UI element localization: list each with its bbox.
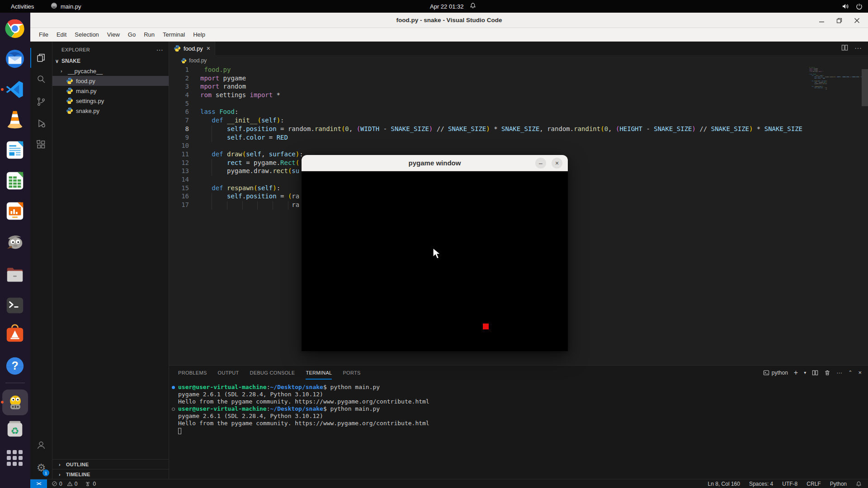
panel-more-actions-icon[interactable]: ··· bbox=[836, 369, 842, 376]
new-terminal-icon[interactable]: + bbox=[794, 369, 798, 377]
command-decoration-done[interactable] bbox=[172, 386, 175, 389]
terminal-shell-item[interactable]: python bbox=[763, 370, 788, 376]
pygame-close-button[interactable]: × bbox=[552, 158, 562, 169]
minimap[interactable]: # food.pyimport pygameimport randomfrom … bbox=[809, 67, 862, 130]
section-timeline[interactable]: ›TIMELINE bbox=[52, 469, 169, 479]
focused-window-indicator[interactable]: main.py bbox=[51, 0, 81, 13]
app-window-icon bbox=[51, 2, 57, 10]
panel-tab-output[interactable]: OUTPUT bbox=[218, 366, 239, 380]
pygame-titlebar[interactable]: pygame window – × bbox=[302, 155, 568, 171]
panel-tab-problems[interactable]: PROBLEMS bbox=[178, 366, 207, 380]
indentation[interactable]: Spaces: 4 bbox=[749, 481, 773, 487]
remote-indicator[interactable]: >< bbox=[30, 479, 47, 488]
cursor-position[interactable]: Ln 8, Col 160 bbox=[708, 481, 740, 487]
menu-go[interactable]: Go bbox=[124, 29, 140, 40]
command-decoration-running[interactable] bbox=[172, 408, 175, 411]
close-panel-icon[interactable]: × bbox=[858, 369, 862, 376]
activity-search[interactable] bbox=[30, 69, 52, 89]
menu-terminal[interactable]: Terminal bbox=[159, 29, 189, 40]
activity-run-and-debug[interactable] bbox=[30, 113, 52, 134]
panel-tab-debug-console[interactable]: DEBUG CONSOLE bbox=[250, 366, 295, 380]
dock-item-snake-game[interactable] bbox=[2, 389, 28, 415]
line-number: 5 bbox=[169, 100, 189, 108]
activity-extensions[interactable] bbox=[30, 134, 52, 155]
bottom-panel: PROBLEMSOUTPUTDEBUG CONSOLETERMINALPORTS… bbox=[169, 365, 868, 479]
dock-item-libreoffice-calc[interactable] bbox=[5, 170, 25, 191]
app-grid-button[interactable] bbox=[7, 450, 23, 466]
line-number: 16 bbox=[169, 192, 189, 201]
line-number: 12 bbox=[169, 159, 189, 168]
activity-source-control[interactable] bbox=[30, 91, 52, 112]
dock-item-thunderbird[interactable] bbox=[5, 48, 25, 69]
ports-status[interactable]: 0 bbox=[85, 481, 96, 487]
language-mode[interactable]: Python bbox=[830, 481, 847, 487]
grid-dot bbox=[7, 456, 11, 460]
dock-item-vlc[interactable] bbox=[5, 109, 25, 130]
file-item-main-py[interactable]: main.py bbox=[52, 86, 169, 96]
file-label: main.py bbox=[76, 88, 97, 94]
file-item---pycache--[interactable]: ›__pycache__ bbox=[52, 66, 169, 76]
split-terminal-icon[interactable] bbox=[812, 370, 818, 376]
vscode-titlebar[interactable]: food.py - snake - Visual Studio Code bbox=[30, 13, 868, 28]
grid-dot bbox=[13, 450, 17, 454]
menu-run[interactable]: Run bbox=[140, 29, 159, 40]
maximize-panel-icon[interactable]: ⌃ bbox=[848, 370, 852, 375]
breadcrumb[interactable]: food.py bbox=[169, 55, 868, 66]
file-item-food-py[interactable]: food.py bbox=[52, 76, 169, 86]
clock-menu[interactable]: Apr 22 01:32 bbox=[430, 0, 476, 13]
explorer-more-actions-icon[interactable]: ··· bbox=[156, 46, 163, 53]
activity-explorer[interactable] bbox=[30, 47, 52, 68]
notifications-bell-icon[interactable] bbox=[856, 481, 862, 487]
terminal-line: user@user-virtual-machine:~/Desktop/snak… bbox=[169, 405, 868, 413]
activity-account[interactable] bbox=[30, 435, 52, 455]
menu-file[interactable]: File bbox=[35, 29, 52, 40]
python-file-icon bbox=[174, 45, 181, 52]
dock-item-trash[interactable]: ♻ bbox=[5, 418, 25, 439]
tab-food-py[interactable]: food.py × bbox=[169, 42, 215, 55]
editor-scrollbar[interactable] bbox=[862, 69, 868, 106]
terminal-line: Hello from the pygame community. https:/… bbox=[169, 398, 868, 405]
dock-item-terminal[interactable] bbox=[5, 295, 25, 316]
split-editor-icon[interactable] bbox=[841, 44, 848, 53]
file-item-snake-py[interactable]: snake.py bbox=[52, 106, 169, 116]
tab-close-icon[interactable]: × bbox=[207, 45, 210, 52]
dock-item-vscode[interactable] bbox=[5, 79, 25, 100]
dock-item-libreoffice-writer[interactable] bbox=[5, 140, 25, 160]
grid-dot bbox=[13, 456, 17, 460]
panel-tab-ports[interactable]: PORTS bbox=[343, 366, 360, 380]
menu-help[interactable]: Help bbox=[189, 29, 209, 40]
explorer-root-snake[interactable]: ∨SNAKE bbox=[52, 56, 169, 66]
minimize-button[interactable] bbox=[819, 18, 825, 23]
problems-status[interactable]: 0 0 bbox=[52, 481, 77, 487]
running-indicator bbox=[1, 401, 4, 404]
menu-edit[interactable]: Edit bbox=[52, 29, 71, 40]
dock-item-gimp[interactable] bbox=[5, 231, 25, 252]
terminal-output[interactable]: user@user-virtual-machine:~/Desktop/snak… bbox=[169, 384, 868, 434]
dock-item-ubuntu-software[interactable] bbox=[5, 324, 25, 344]
activities-button[interactable]: Activities bbox=[7, 0, 38, 13]
encoding[interactable]: UTF-8 bbox=[782, 481, 797, 487]
dock-item-libreoffice-impress[interactable] bbox=[5, 201, 25, 221]
panel-tab-terminal[interactable]: TERMINAL bbox=[306, 366, 332, 380]
power-icon[interactable] bbox=[856, 3, 863, 10]
line-number: 13 bbox=[169, 167, 189, 176]
dock-item-files[interactable] bbox=[5, 265, 25, 286]
pygame-minimize-button[interactable]: – bbox=[535, 158, 546, 169]
dock-item-help[interactable]: ? bbox=[5, 356, 25, 376]
close-button[interactable] bbox=[854, 18, 860, 23]
section-outline[interactable]: ›OUTLINE bbox=[52, 459, 169, 469]
volume-icon[interactable] bbox=[842, 3, 849, 9]
restore-button[interactable] bbox=[836, 18, 842, 23]
terminal-dropdown-icon[interactable]: ▾ bbox=[804, 370, 806, 375]
grid-dot bbox=[7, 462, 11, 466]
line-number: 10 bbox=[169, 142, 189, 150]
eol-sequence[interactable]: CRLF bbox=[807, 481, 821, 487]
file-item-settings-py[interactable]: settings.py bbox=[52, 96, 169, 106]
activity-settings-gear-icon[interactable]: ⚙1 bbox=[30, 457, 52, 478]
editor-more-actions-icon[interactable]: ··· bbox=[854, 44, 862, 52]
menu-view[interactable]: View bbox=[103, 29, 124, 40]
dock-item-chrome[interactable] bbox=[5, 18, 25, 39]
menu-selection[interactable]: Selection bbox=[71, 29, 103, 40]
kill-terminal-icon[interactable] bbox=[824, 370, 830, 376]
file-label: __pycache__ bbox=[68, 68, 103, 75]
